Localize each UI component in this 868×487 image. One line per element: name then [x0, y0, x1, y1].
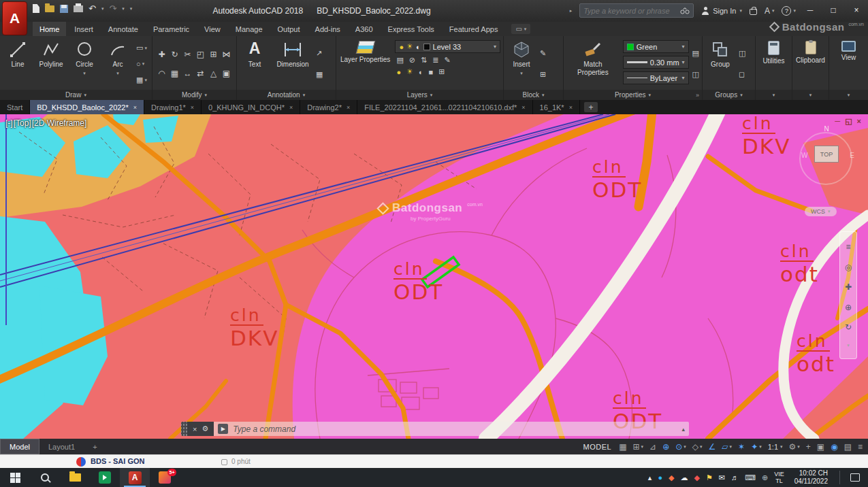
panel-footer-groups[interactable]: Groups▾: [703, 90, 755, 100]
layout1-tab[interactable]: Layout1: [39, 439, 84, 454]
workspace-switching-icon[interactable]: ⚙▾: [789, 443, 800, 451]
file-tab-drawing1[interactable]: Drawing1*×: [144, 100, 202, 114]
polyline-button[interactable]: Polyline: [36, 38, 66, 90]
dimension-button[interactable]: Dimension: [273, 38, 312, 90]
background-window-strip[interactable]: BDS - SAI GON 0 phút: [0, 454, 868, 468]
layer-state-icon[interactable]: ■: [429, 68, 434, 76]
layer-vp-icon[interactable]: ☀: [406, 67, 413, 76]
polar-tracking-icon[interactable]: ⊙▾: [675, 443, 686, 451]
insert-button[interactable]: Insert ▾: [507, 38, 536, 90]
help-button[interactable]: ? ▾: [782, 6, 796, 16]
autocad-taskbar-button[interactable]: A: [120, 468, 150, 487]
object-snap-icon[interactable]: ▱▾: [722, 443, 732, 451]
layer-walk-icon[interactable]: ●: [396, 68, 401, 76]
file-tab-drawing2[interactable]: Drawing2*×: [300, 100, 357, 114]
properties-expander-icon[interactable]: »: [696, 92, 699, 99]
layer-freeze-icon[interactable]: ⇅: [421, 56, 427, 65]
open-file-icon[interactable]: [45, 5, 54, 12]
search-collapse-icon[interactable]: ▸: [570, 8, 573, 14]
tab-output[interactable]: Output: [271, 22, 307, 36]
chat-tray-icon[interactable]: ●: [658, 474, 662, 482]
file-tab-active[interactable]: BD_KHSDD_Baoloc_2022*×: [30, 100, 144, 114]
viewcube-north[interactable]: N: [824, 125, 829, 133]
antivirus-tray-icon[interactable]: ◆: [694, 474, 700, 482]
ribbon-display-button[interactable]: ▭ ▾: [511, 24, 530, 34]
erase-icon[interactable]: ◰: [197, 50, 204, 59]
model-space-toggle[interactable]: MODEL: [583, 443, 612, 451]
circle-button[interactable]: Circle ▾: [69, 38, 99, 90]
network-icon[interactable]: ⊕: [762, 474, 768, 482]
command-customize-icon[interactable]: ⚙: [202, 424, 208, 433]
language-indicator[interactable]: VIE TL: [774, 471, 784, 485]
ellipse-tool-icon[interactable]: ○▾: [136, 58, 147, 70]
action-center-icon[interactable]: [850, 473, 860, 482]
volume-icon[interactable]: ♬: [731, 474, 739, 482]
redo-dropdown-icon[interactable]: ▾: [122, 6, 125, 12]
maximize-button[interactable]: □: [822, 0, 845, 20]
color-combo[interactable]: Green ▾: [623, 40, 689, 53]
new-layout-button[interactable]: +: [84, 439, 106, 454]
steering-wheel-icon[interactable]: ◎: [845, 263, 852, 272]
circle-dropdown-icon[interactable]: ▾: [83, 71, 86, 76]
tab-close-icon[interactable]: ×: [133, 104, 137, 111]
ungroup-icon[interactable]: ◫: [739, 47, 745, 59]
properties-palette-icon[interactable]: ◫: [692, 69, 699, 81]
clean-screen-icon[interactable]: ▤: [844, 443, 852, 451]
customization-icon[interactable]: ≡: [858, 443, 863, 451]
file-tab-start[interactable]: Start: [0, 100, 30, 114]
navbar-dropdown-icon[interactable]: ▾: [847, 343, 850, 348]
search-input[interactable]: [583, 7, 677, 15]
match-properties-button[interactable]: Match Properties: [566, 38, 620, 90]
insert-dropdown-icon[interactable]: ▾: [520, 71, 523, 76]
move-icon[interactable]: ✚: [158, 50, 165, 59]
clock[interactable]: 10:02 CH 04/11/2022: [794, 469, 828, 486]
panel-footer-draw[interactable]: Draw▾: [0, 90, 152, 100]
command-drag-handle[interactable]: [181, 422, 187, 436]
viewport-menu-control[interactable]: [-]: [5, 118, 13, 128]
layer-off-icon[interactable]: ▤: [396, 56, 403, 65]
tab-home[interactable]: Home: [33, 22, 66, 36]
text-button[interactable]: A Text: [240, 38, 270, 90]
viewcube-east[interactable]: E: [850, 152, 854, 159]
command-line-window[interactable]: × ⚙ ▶ Type a command ▴: [181, 422, 689, 436]
binoculars-icon[interactable]: [680, 7, 690, 14]
file-explorer-button[interactable]: [60, 468, 90, 487]
command-prompt-icon[interactable]: ▶: [218, 424, 228, 434]
new-drawing-tab-button[interactable]: +: [584, 102, 598, 112]
isolate-objects-icon[interactable]: ▣: [817, 443, 824, 451]
plot-icon[interactable]: [74, 5, 83, 12]
osnap-tracking-icon[interactable]: ∠: [709, 443, 716, 451]
layer-match-icon[interactable]: ≣: [432, 56, 438, 65]
layer-edit-icon[interactable]: ✎: [444, 56, 450, 65]
layer-merge-icon[interactable]: ⊞: [438, 67, 445, 76]
drawing-viewport[interactable]: [-] [Top] [2D Wireframe] ─ ◱ × cln ODT c…: [0, 114, 868, 439]
minimize-button[interactable]: ─: [799, 0, 822, 20]
array-icon[interactable]: ▦: [171, 69, 178, 78]
panel-footer-clipboard[interactable]: ▾: [792, 90, 829, 100]
app-store-icon[interactable]: [750, 9, 757, 15]
undo-dropdown-icon[interactable]: ▾: [101, 6, 104, 12]
group-button[interactable]: Group: [705, 38, 735, 90]
leader-tool-icon[interactable]: ↗: [316, 47, 323, 59]
annotation-autoscale-icon[interactable]: ✦▾: [751, 443, 762, 451]
isodraft-icon[interactable]: ◇▾: [692, 443, 703, 451]
viewcube-west[interactable]: W: [801, 152, 807, 159]
tab-insert[interactable]: Insert: [67, 22, 100, 36]
properties-list-icon[interactable]: ▤: [692, 47, 699, 59]
zoom-icon[interactable]: ⊕: [845, 303, 852, 312]
redo-icon[interactable]: ↷: [109, 4, 116, 13]
layer-combo[interactable]: ● ☀ ◐ Level 33 ▾: [395, 40, 500, 53]
autodesk-exchange-button[interactable]: A ▾: [765, 6, 775, 16]
group-edit-icon[interactable]: ◻: [739, 69, 745, 81]
viewport-visual-style-control[interactable]: [2D Wireframe]: [32, 118, 87, 128]
layer-on-icon[interactable]: ●: [399, 43, 404, 51]
panel-footer-modify[interactable]: Modify▾: [152, 90, 236, 100]
tab-express-tools[interactable]: Express Tools: [381, 22, 441, 36]
command-close-icon[interactable]: ×: [193, 425, 197, 433]
rotate-icon[interactable]: ↻: [171, 50, 178, 59]
trim-icon[interactable]: ✂: [184, 50, 191, 59]
dynamic-input-icon[interactable]: ⊕: [662, 443, 669, 451]
fillet-icon[interactable]: ◠: [158, 69, 165, 78]
qat-menu-icon[interactable]: ▾: [130, 6, 133, 12]
snap-icon[interactable]: ⊞▾: [633, 443, 644, 451]
